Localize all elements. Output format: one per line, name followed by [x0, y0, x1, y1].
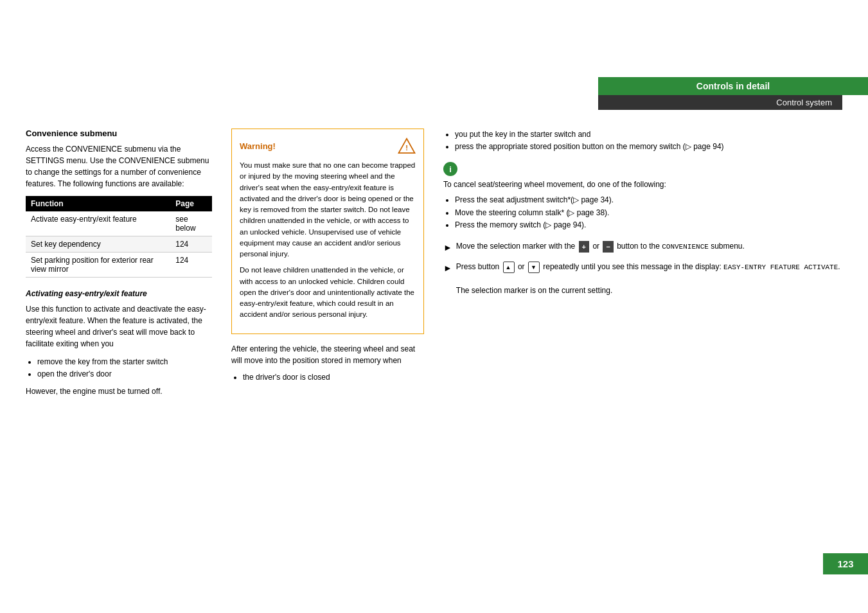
minus-button-icon: − [603, 241, 613, 253]
convenience-label: CONVE­NIENCE [662, 243, 709, 251]
list-item: the driver's door is closed [243, 371, 424, 384]
middle-column: Warning! ! You must make sure that no on… [231, 129, 424, 404]
list-item: Move the steering column stalk* (▷ page … [455, 207, 842, 219]
table-header-function: Function [26, 196, 170, 211]
table-row: Set parking position for exterior rear v… [26, 253, 212, 278]
table-cell-function: Set key dependency [26, 236, 170, 253]
info-box: i To cancel seat/steering wheel movement… [443, 162, 842, 231]
arrow-item-2: ► Press button or repeatedly until you s… [443, 261, 842, 296]
page-number: 123 [823, 553, 868, 574]
table-cell-page: 124 [170, 236, 212, 253]
plus-button-icon: + [579, 241, 589, 253]
control-system-label: Control system [598, 95, 842, 110]
arrow-symbol-2: ► [443, 262, 452, 275]
convenience-submenu-intro: Access the CONVENIENCE submenu via the S… [26, 143, 212, 190]
table-row: Set key dependency 124 [26, 236, 212, 253]
header-bar: Controls in detail Control system [598, 77, 868, 110]
info-bullets: Press the seat adjustment switch*(▷ page… [443, 194, 842, 231]
middle-bullets: the driver's door is closed [231, 371, 424, 384]
warning-header: Warning! ! [240, 137, 416, 155]
arrow-item-1: ► Move the selection marker with the + o… [443, 240, 842, 254]
display-message: EASY-ENTRY FEATURE ACTIVATE [723, 263, 838, 271]
left-column: Convenience submenu Access the CONVENIEN… [26, 129, 212, 404]
warning-paragraph-1: You must make sure that no one can becom… [240, 160, 416, 260]
controls-in-detail-label: Controls in detail [598, 77, 868, 95]
arrow-item-1-text: Move the selection marker with the + or … [456, 240, 745, 253]
activating-feature-title: Activating easy-entry/exit feature [26, 289, 212, 298]
svg-text:!: ! [405, 144, 408, 152]
list-item: Press the seat adjustment switch*(▷ page… [455, 194, 842, 206]
table-cell-page: see below [170, 211, 212, 236]
right-bullets: you put the key in the starter switch an… [443, 129, 842, 153]
nav-down-icon [528, 262, 540, 273]
table-header-page: Page [170, 196, 212, 211]
nav-up-icon [503, 262, 515, 273]
table-cell-function: Activate easy-entry/exit feature [26, 211, 170, 236]
warning-triangle-icon: ! [398, 137, 416, 155]
warning-title: Warning! [240, 141, 276, 151]
warning-text: You must make sure that no one can becom… [240, 160, 416, 321]
warning-box: Warning! ! You must make sure that no on… [231, 129, 424, 334]
list-item: you put the key in the starter switch an… [455, 129, 842, 141]
table-cell-page: 124 [170, 253, 212, 278]
selection-marker-note: The selection marker is on the current s… [456, 286, 612, 295]
list-item: remove the key from the starter switch [37, 356, 212, 368]
arrow-item-2-text: Press button or repeatedly until you see… [456, 261, 840, 296]
list-item: open the driver's door [37, 368, 212, 380]
arrow-symbol-1: ► [443, 241, 452, 254]
table-cell-function: Set parking position for exterior rear v… [26, 253, 170, 278]
right-column: you put the key in the starter switch an… [443, 129, 842, 404]
activating-feature-bullets: remove the key from the starter switch o… [26, 356, 212, 380]
info-intro: To cancel seat/steering wheel movement, … [443, 180, 842, 189]
function-table: Function Page Activate easy-entry/exit f… [26, 196, 212, 278]
after-warning-text: After entering the vehicle, the steering… [231, 343, 424, 366]
table-row: Activate easy-entry/exit feature see bel… [26, 211, 212, 236]
convenience-submenu-title: Convenience submenu [26, 129, 212, 138]
warning-paragraph-2: Do not leave children unattended in the … [240, 265, 416, 320]
main-content: Convenience submenu Access the CONVENIEN… [0, 129, 868, 404]
list-item: press the appropriate stored position bu… [455, 141, 842, 153]
activating-feature-text: Use this function to activate and deacti… [26, 303, 212, 350]
info-icon: i [443, 162, 457, 176]
list-item: Press the memory switch (▷ page 94). [455, 219, 842, 231]
footer-text: However, the engine must be turned off. [26, 386, 212, 397]
